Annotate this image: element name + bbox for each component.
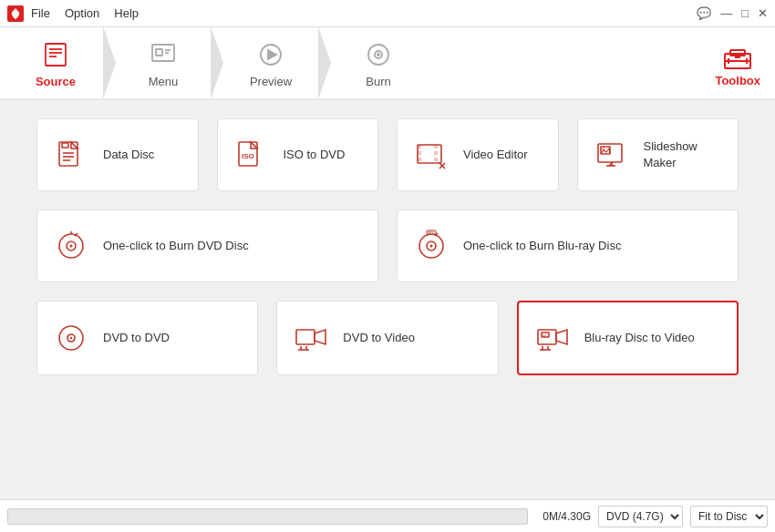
nav-arrow-2 (204, 26, 230, 99)
bluray-video-label: Blu-ray Disc to Video (584, 330, 695, 346)
nav-items: Source Menu Previe (15, 27, 419, 98)
svg-marker-55 (315, 330, 326, 344)
svg-point-47 (430, 245, 433, 248)
fit-select[interactable]: Fit to Disc Do Not Fit (690, 506, 768, 527)
nav-burn[interactable]: Burn (337, 27, 419, 98)
burn-icon (362, 38, 395, 71)
svg-text:BD: BD (542, 334, 546, 338)
toolbox-button[interactable]: Toolbox (715, 39, 760, 87)
slideshow-icon (593, 136, 631, 174)
dvd-to-dvd-icon (52, 319, 90, 357)
toolbar: Source Menu Previe (0, 27, 775, 100)
svg-rect-31 (434, 151, 438, 155)
dvd-video-label: DVD to Video (343, 330, 415, 346)
tool-iso-to-dvd[interactable]: ISO ISO to DVD (217, 118, 379, 191)
minimize-button[interactable]: — (720, 6, 732, 20)
nav-preview[interactable]: Preview (230, 27, 312, 98)
maximize-button[interactable]: □ (741, 6, 749, 20)
toolbox-icon (721, 39, 754, 72)
tools-row1: Data Disc ISO ISO to DVD (36, 118, 739, 191)
svg-point-43 (70, 245, 73, 248)
svg-rect-54 (296, 330, 315, 344)
slideshow-label: Slideshow Maker (644, 138, 724, 171)
svg-rect-29 (418, 158, 421, 161)
app-icon (7, 5, 24, 22)
tool-dvd-to-video[interactable]: DVD to Video (276, 301, 498, 375)
menu-icon (147, 38, 180, 71)
svg-marker-9 (268, 50, 276, 59)
disc-select[interactable]: DVD (4.7G) DVD (8.5G) BD-25 BD-50 (598, 506, 683, 527)
nav-menu[interactable]: Menu (122, 27, 204, 98)
oneclick-dvd-label: One-click to Burn DVD Disc (103, 238, 249, 254)
tool-bluray-to-video[interactable]: BD Blu-ray Disc to Video (517, 301, 739, 375)
tool-data-disc[interactable]: Data Disc (36, 118, 199, 191)
menu-nav-label: Menu (149, 75, 179, 88)
tools-row2: One-click to Burn DVD Disc BD One-click … (36, 210, 739, 282)
video-editor-label: Video Editor (463, 147, 528, 163)
svg-rect-32 (434, 158, 438, 161)
svg-rect-30 (434, 145, 438, 148)
burn-label: Burn (366, 75, 390, 88)
tool-slideshow-maker[interactable]: Slideshow Maker (577, 118, 739, 191)
svg-point-53 (70, 337, 72, 339)
svg-rect-5 (156, 49, 162, 56)
progress-bar (7, 508, 528, 525)
oneclick-bluray-icon: BD (412, 227, 450, 265)
svg-rect-0 (46, 44, 66, 66)
close-button[interactable]: ✕ (758, 6, 768, 20)
svg-rect-23 (62, 143, 68, 148)
nav-source[interactable]: Source (15, 27, 97, 98)
data-disc-label: Data Disc (103, 147, 154, 163)
menu-help[interactable]: Help (114, 6, 139, 20)
menu-bar: File Option Help (31, 6, 139, 20)
tool-oneclick-dvd[interactable]: One-click to Burn DVD Disc (36, 210, 378, 282)
svg-point-12 (377, 54, 379, 56)
svg-text:BD: BD (429, 230, 434, 235)
svg-text:ISO: ISO (242, 152, 254, 160)
title-bar: File Option Help 💬 — □ ✕ (0, 0, 775, 27)
svg-rect-28 (418, 151, 421, 155)
tool-video-editor[interactable]: Video Editor (397, 118, 559, 191)
data-disc-icon (52, 136, 90, 174)
window-controls: 💬 — □ ✕ (697, 6, 768, 20)
oneclick-bluray-label: One-click to Burn Blu-ray Disc (463, 238, 621, 254)
nav-arrow-1 (97, 26, 122, 99)
tools-row3: DVD to DVD DVD to Video BD (36, 301, 739, 375)
chat-icon[interactable]: 💬 (697, 6, 711, 20)
source-label: Source (36, 75, 76, 88)
iso-icon: ISO (232, 136, 271, 174)
oneclick-dvd-icon (52, 227, 90, 265)
nav-arrow-3 (312, 26, 337, 99)
preview-icon (254, 38, 287, 71)
dvd-dvd-label: DVD to DVD (103, 330, 170, 346)
video-editor-icon (412, 136, 450, 174)
toolbox-label: Toolbox (715, 74, 760, 87)
svg-rect-27 (418, 145, 421, 148)
svg-marker-62 (556, 330, 567, 344)
tool-oneclick-bluray[interactable]: BD One-click to Burn Blu-ray Disc (397, 210, 739, 282)
preview-label: Preview (250, 75, 292, 88)
bluray-to-video-icon: BD (533, 319, 572, 357)
main-content: Data Disc ISO ISO to DVD (0, 100, 775, 499)
status-bar: 0M/4.30G DVD (4.7G) DVD (8.5G) BD-25 BD-… (0, 499, 775, 532)
dvd-to-video-icon (292, 319, 330, 357)
menu-option[interactable]: Option (65, 6, 99, 20)
tool-dvd-to-dvd[interactable]: DVD to DVD (36, 301, 258, 375)
menu-file[interactable]: File (31, 6, 50, 20)
iso-dvd-label: ISO to DVD (284, 147, 346, 163)
storage-info: 0M/4.30G (542, 510, 591, 523)
source-icon (39, 38, 72, 71)
